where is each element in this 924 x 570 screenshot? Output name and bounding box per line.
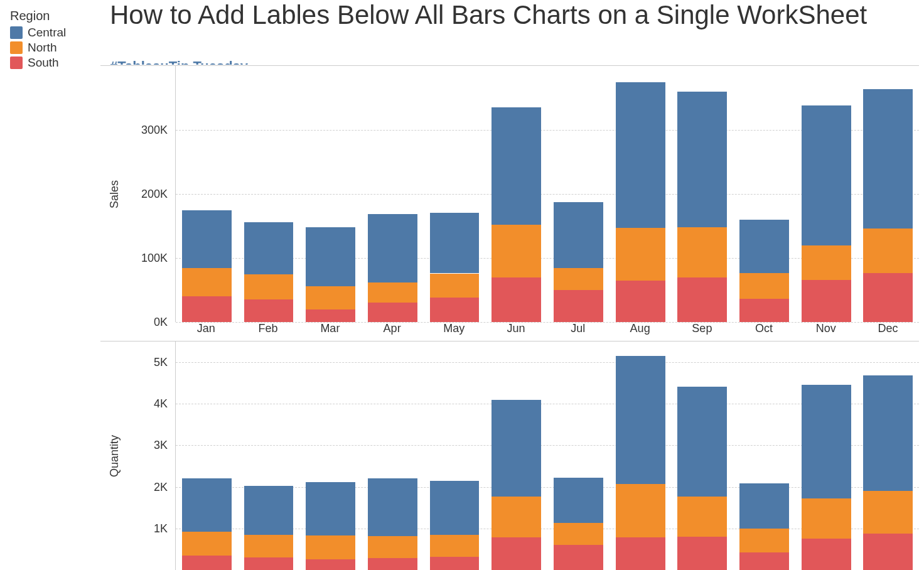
bar-group-oct[interactable] [733, 66, 795, 322]
legend-item-north[interactable]: North [10, 41, 100, 55]
bar-group-jan[interactable] [176, 341, 238, 570]
bar-segment-central[interactable] [677, 387, 727, 497]
bar-segment-south[interactable] [430, 298, 480, 322]
bar-segment-central[interactable] [306, 482, 355, 535]
bar-segment-south[interactable] [739, 299, 789, 322]
bar-segment-central[interactable] [306, 227, 355, 286]
bar-segment-north[interactable] [306, 535, 355, 559]
bar-group-dec[interactable] [857, 66, 919, 322]
bar-group-aug[interactable] [610, 341, 672, 570]
bar-segment-north[interactable] [677, 497, 727, 537]
bar-segment-north[interactable] [430, 535, 480, 556]
bar-group-apr[interactable] [362, 341, 424, 570]
bar-segment-central[interactable] [863, 89, 913, 229]
bar-group-jun[interactable] [485, 341, 547, 570]
bar-segment-central[interactable] [739, 220, 789, 274]
bar-segment-north[interactable] [244, 535, 294, 557]
bar-segment-central[interactable] [616, 82, 665, 229]
bar-group-may[interactable] [424, 341, 486, 570]
bar-segment-central[interactable] [244, 486, 294, 535]
bar-segment-south[interactable] [863, 534, 913, 570]
bar-group-may[interactable] [424, 66, 486, 322]
bar-group-oct[interactable] [733, 341, 795, 570]
bar-group-feb[interactable] [238, 66, 300, 322]
bar-segment-south[interactable] [863, 273, 913, 322]
bar-segment-north[interactable] [492, 225, 541, 277]
bar-segment-south[interactable] [244, 299, 294, 322]
bar-segment-north[interactable] [802, 245, 851, 280]
bar-segment-south[interactable] [306, 309, 355, 322]
bar-segment-north[interactable] [677, 227, 727, 277]
bar-group-nov[interactable] [795, 66, 857, 322]
legend-item-central[interactable]: Central [10, 26, 100, 40]
bar-segment-central[interactable] [802, 385, 851, 498]
bar-segment-south[interactable] [430, 557, 480, 570]
bar-segment-south[interactable] [492, 537, 541, 570]
bar-segment-south[interactable] [802, 280, 851, 322]
bar-segment-north[interactable] [863, 229, 913, 273]
bar-segment-south[interactable] [554, 545, 603, 570]
bar-segment-central[interactable] [739, 483, 789, 529]
bar-segment-central[interactable] [616, 356, 665, 484]
bar-segment-south[interactable] [368, 558, 417, 570]
bar-segment-north[interactable] [182, 532, 232, 556]
bar-segment-central[interactable] [430, 213, 480, 274]
bar-segment-north[interactable] [368, 282, 417, 303]
bar-segment-central[interactable] [863, 375, 913, 492]
bar-segment-south[interactable] [677, 537, 727, 570]
bar-segment-central[interactable] [492, 400, 541, 497]
bar-segment-south[interactable] [182, 556, 232, 570]
bar-segment-south[interactable] [492, 277, 541, 322]
bar-group-feb[interactable] [238, 341, 300, 570]
bar-group-sep[interactable] [671, 341, 733, 570]
bar-segment-central[interactable] [182, 210, 232, 269]
bar-segment-south[interactable] [616, 537, 665, 570]
bar-group-jun[interactable] [485, 66, 547, 322]
bar-segment-north[interactable] [616, 484, 665, 537]
legend-item-south[interactable]: South [10, 56, 100, 70]
bar-segment-north[interactable] [182, 268, 232, 296]
bar-group-jan[interactable] [176, 66, 238, 322]
bar-group-aug[interactable] [610, 66, 672, 322]
bar-segment-central[interactable] [430, 481, 480, 535]
bar-group-mar[interactable] [299, 341, 362, 570]
bar-segment-north[interactable] [802, 498, 851, 539]
bar-segment-central[interactable] [244, 222, 294, 274]
bar-segment-central[interactable] [802, 105, 851, 245]
bar-segment-north[interactable] [430, 274, 480, 298]
bar-segment-south[interactable] [554, 290, 603, 322]
bar-segment-central[interactable] [554, 202, 603, 268]
bar-segment-south[interactable] [739, 552, 789, 570]
bar-segment-south[interactable] [182, 296, 232, 322]
bar-group-nov[interactable] [795, 341, 857, 570]
bar-segment-north[interactable] [368, 536, 417, 558]
bar-segment-north[interactable] [306, 286, 355, 309]
bar-segment-central[interactable] [677, 92, 727, 227]
plot-sales[interactable] [175, 66, 919, 322]
bar-segment-north[interactable] [616, 228, 665, 281]
bar-segment-central[interactable] [554, 478, 603, 522]
bar-group-apr[interactable] [362, 66, 424, 322]
bar-segment-south[interactable] [306, 559, 355, 570]
bar-group-mar[interactable] [299, 66, 362, 322]
bar-segment-south[interactable] [802, 539, 851, 570]
bar-segment-central[interactable] [368, 214, 417, 282]
bar-segment-central[interactable] [368, 478, 417, 536]
bar-group-jul[interactable] [547, 66, 610, 322]
bar-group-dec[interactable] [857, 341, 919, 570]
bar-segment-north[interactable] [863, 491, 913, 534]
bar-segment-north[interactable] [554, 268, 603, 290]
bar-segment-north[interactable] [492, 497, 541, 538]
bar-segment-south[interactable] [616, 281, 665, 322]
bar-segment-south[interactable] [368, 303, 417, 322]
bar-segment-north[interactable] [739, 529, 789, 552]
bar-segment-north[interactable] [554, 523, 603, 546]
bar-segment-south[interactable] [677, 277, 727, 322]
bar-segment-north[interactable] [739, 273, 789, 299]
plot-quantity[interactable] [175, 341, 919, 570]
bar-segment-south[interactable] [244, 557, 294, 570]
bar-group-jul[interactable] [547, 341, 610, 570]
bar-group-sep[interactable] [671, 66, 733, 322]
bar-segment-north[interactable] [244, 274, 294, 300]
bar-segment-central[interactable] [182, 478, 232, 532]
